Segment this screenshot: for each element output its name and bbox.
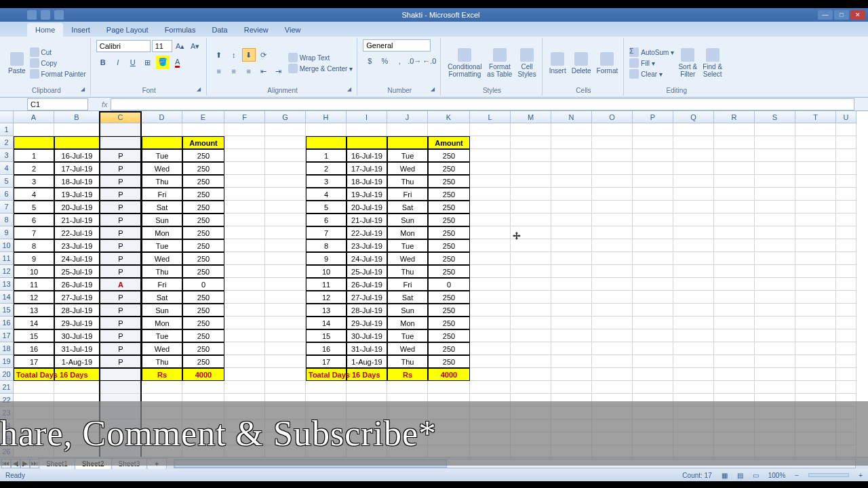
cell[interactable] — [428, 407, 470, 420]
name-box[interactable]: C1 — [27, 98, 88, 110]
cell[interactable] — [755, 317, 795, 329]
fill-color-button[interactable]: 🪣 — [156, 56, 170, 69]
cell[interactable] — [100, 394, 142, 407]
cell[interactable]: 0 — [428, 278, 470, 291]
cell[interactable] — [592, 304, 633, 317]
cell[interactable]: 31-Jul-19 — [347, 342, 387, 355]
cell[interactable] — [54, 136, 100, 149]
cell[interactable] — [836, 239, 856, 252]
column-header-D[interactable]: D — [142, 111, 182, 123]
undo-icon[interactable] — [41, 10, 50, 20]
cell[interactable] — [755, 420, 795, 432]
delete-cells-button[interactable]: Delete — [570, 51, 593, 76]
cell[interactable]: 29-Jul-19 — [54, 317, 100, 329]
cell[interactable] — [224, 265, 265, 278]
cell[interactable]: 21-Jul-19 — [54, 214, 100, 226]
column-header-Q[interactable]: Q — [673, 111, 714, 123]
cell[interactable] — [551, 329, 592, 342]
row-header[interactable]: 22 — [0, 394, 14, 407]
column-header-J[interactable]: J — [387, 111, 428, 123]
cell[interactable]: 250 — [182, 304, 224, 317]
cell[interactable] — [100, 432, 142, 445]
cell[interactable]: Wed — [387, 342, 428, 355]
cell[interactable]: Mon — [142, 317, 182, 329]
cell[interactable] — [511, 381, 551, 394]
cell[interactable] — [836, 407, 856, 420]
cell[interactable]: 12 — [306, 291, 347, 304]
cell[interactable] — [224, 188, 265, 201]
cell[interactable] — [551, 149, 592, 162]
cell[interactable]: 20-Jul-19 — [347, 201, 387, 214]
cell[interactable] — [836, 162, 856, 175]
cell[interactable] — [470, 317, 511, 329]
cell[interactable]: P — [100, 226, 142, 239]
cell[interactable] — [836, 123, 856, 136]
cell[interactable] — [836, 317, 856, 329]
cell[interactable] — [470, 239, 511, 252]
cell[interactable] — [224, 432, 265, 445]
cell[interactable]: 14 — [306, 317, 347, 329]
row-header[interactable]: 7 — [0, 201, 14, 214]
cell[interactable] — [511, 252, 551, 265]
cell[interactable] — [592, 252, 633, 265]
tab-formulas[interactable]: Formulas — [157, 23, 204, 37]
cell[interactable]: 16 — [14, 342, 54, 355]
row-header[interactable]: 10 — [0, 239, 14, 252]
cell[interactable]: Tue — [142, 239, 182, 252]
cell[interactable]: 4 — [14, 188, 54, 201]
cell[interactable] — [142, 123, 182, 136]
cell[interactable]: 17 — [306, 355, 347, 368]
cell[interactable] — [224, 355, 265, 368]
cell[interactable] — [551, 317, 592, 329]
cell[interactable] — [470, 394, 511, 407]
cell[interactable]: Wed — [387, 162, 428, 175]
cell[interactable] — [224, 342, 265, 355]
cell[interactable] — [755, 278, 795, 291]
cell[interactable] — [633, 123, 673, 136]
cell[interactable] — [795, 420, 836, 432]
cell[interactable] — [714, 149, 755, 162]
cell[interactable]: 250 — [182, 317, 224, 329]
cell[interactable] — [795, 291, 836, 304]
cell[interactable] — [224, 123, 265, 136]
column-header-E[interactable]: E — [182, 111, 224, 123]
conditional-formatting-button[interactable]: Conditional Formatting — [446, 47, 483, 79]
cell[interactable] — [347, 432, 387, 445]
cell[interactable] — [633, 252, 673, 265]
worksheet-grid[interactable]: ABCDEFGHIJKLMNOPQRSTU 12AmountAmount3116… — [0, 111, 868, 457]
sheet-tab-3[interactable]: Sheet3 — [111, 458, 148, 469]
cell[interactable] — [14, 394, 54, 407]
font-launcher[interactable]: ◢ — [197, 86, 205, 94]
cell[interactable] — [592, 201, 633, 214]
cell[interactable] — [14, 445, 54, 457]
font-size-combo[interactable]: 11 — [152, 40, 172, 52]
row-header[interactable]: 12 — [0, 265, 14, 278]
cell[interactable] — [387, 445, 428, 457]
cell[interactable] — [714, 420, 755, 432]
align-middle-button[interactable]: ↕ — [227, 48, 241, 62]
cell[interactable] — [470, 407, 511, 420]
cell[interactable] — [592, 188, 633, 201]
cell[interactable]: 9 — [306, 252, 347, 265]
cell[interactable]: 250 — [428, 355, 470, 368]
cell[interactable] — [795, 368, 836, 381]
cell[interactable] — [633, 201, 673, 214]
cell[interactable] — [673, 420, 714, 432]
cell[interactable] — [265, 214, 306, 226]
cell[interactable] — [511, 317, 551, 329]
bold-button[interactable]: B — [96, 56, 110, 69]
cell[interactable] — [755, 291, 795, 304]
cell[interactable]: 11 — [14, 278, 54, 291]
cell[interactable] — [795, 394, 836, 407]
cell[interactable] — [511, 149, 551, 162]
cell[interactable]: Tue — [387, 149, 428, 162]
format-cells-button[interactable]: Format — [595, 51, 620, 76]
cell[interactable]: 250 — [182, 162, 224, 175]
cell[interactable]: 1 — [14, 149, 54, 162]
cell[interactable]: 18-Jul-19 — [347, 175, 387, 188]
cell[interactable]: 20-Jul-19 — [54, 201, 100, 214]
cell[interactable]: 16-Jul-19 — [54, 149, 100, 162]
cell[interactable] — [714, 278, 755, 291]
number-launcher[interactable]: ◢ — [431, 86, 439, 94]
cell[interactable]: 250 — [182, 175, 224, 188]
